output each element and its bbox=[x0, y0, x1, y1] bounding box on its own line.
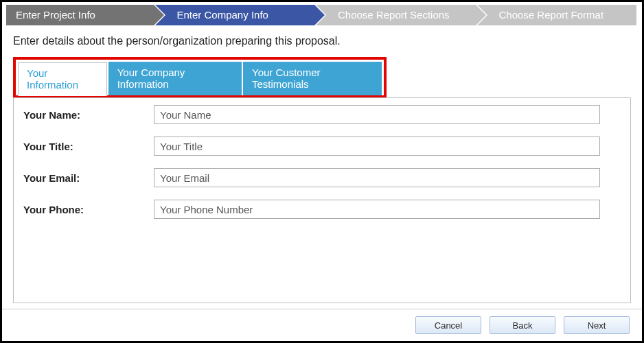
tab-label: Your Information bbox=[27, 67, 78, 91]
back-button[interactable]: Back bbox=[490, 316, 555, 334]
wizard-step-bar: Enter Project Info Enter Company Info Ch… bbox=[2, 2, 642, 25]
tab-highlight-box: Your Information Your Company Informatio… bbox=[13, 57, 387, 98]
input-your-phone[interactable] bbox=[154, 200, 600, 219]
step-report-sections[interactable]: Choose Report Sections bbox=[316, 5, 476, 25]
cancel-button[interactable]: Cancel bbox=[415, 316, 481, 334]
step-label: Choose Report Sections bbox=[338, 9, 450, 21]
row-your-title: Your Title: bbox=[23, 137, 621, 156]
wizard-frame: Enter Project Info Enter Company Info Ch… bbox=[0, 0, 644, 343]
step-company-info[interactable]: Enter Company Info bbox=[155, 5, 315, 25]
input-your-title[interactable] bbox=[154, 137, 600, 156]
label-your-email: Your Email: bbox=[23, 172, 154, 184]
next-button[interactable]: Next bbox=[564, 316, 630, 334]
label-your-title: Your Title: bbox=[23, 141, 154, 152]
wizard-body: Enter details about the person/organizat… bbox=[2, 25, 642, 309]
wizard-footer: Cancel Back Next bbox=[2, 309, 642, 341]
tab-strip: Your Information Your Company Informatio… bbox=[18, 62, 382, 95]
tab-company-information[interactable]: Your Company Information bbox=[108, 62, 242, 95]
tab-label: Your Customer Testimonials bbox=[252, 67, 321, 90]
tab-your-information[interactable]: Your Information bbox=[18, 62, 107, 96]
label-your-name: Your Name: bbox=[23, 109, 154, 121]
step-label: Enter Company Info bbox=[177, 9, 268, 21]
form-panel: Your Name: Your Title: Your Email: Your … bbox=[13, 97, 631, 303]
tab-label: Your Company Information bbox=[117, 67, 185, 90]
input-your-name[interactable] bbox=[154, 105, 600, 124]
label-your-phone: Your Phone: bbox=[23, 204, 154, 215]
row-your-phone: Your Phone: bbox=[23, 200, 621, 219]
step-label: Enter Project Info bbox=[16, 9, 95, 21]
step-project-info[interactable]: Enter Project Info bbox=[6, 5, 154, 25]
step-report-format[interactable]: Choose Report Format bbox=[477, 5, 637, 25]
step-label: Choose Report Format bbox=[499, 9, 604, 21]
tab-customer-testimonials[interactable]: Your Customer Testimonials bbox=[243, 62, 382, 95]
input-your-email[interactable] bbox=[154, 168, 600, 187]
row-your-email: Your Email: bbox=[23, 168, 621, 187]
row-your-name: Your Name: bbox=[23, 105, 621, 124]
page-instruction: Enter details about the person/organizat… bbox=[13, 35, 631, 47]
